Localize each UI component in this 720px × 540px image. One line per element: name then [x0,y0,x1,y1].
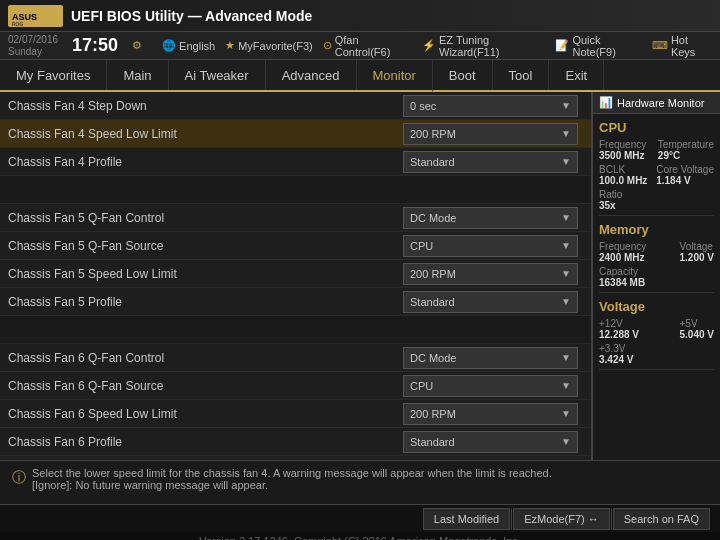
hw-divider [599,292,714,293]
hw-row: +12V12.288 V+5V5.040 V [599,318,714,340]
hw-value: 16384 MB [599,277,645,288]
hw-section-title-memory: Memory [599,222,714,237]
hw-value: 2400 MHz [599,252,646,263]
section-gap [0,316,591,344]
hw-monitor-title: 📊 Hardware Monitor [593,92,720,114]
note-icon: 📝 [555,39,569,52]
dropdown-7[interactable]: Standard▼ [403,291,578,313]
nav-ai-tweaker[interactable]: Ai Tweaker [169,60,266,90]
svg-text:ROG: ROG [12,21,24,27]
nav-boot[interactable]: Boot [433,60,493,90]
row-label: Chassis Fan 6 Q-Fan Source [8,374,403,398]
language-btn[interactable]: 🌐 English [162,39,215,52]
info-text-2: [Ignore]: No future warning message will… [32,479,552,491]
dropdown-arrow-icon: ▼ [561,212,571,223]
monitor-icon: 📊 [599,96,613,109]
arrows-icon: ↔ [588,513,599,525]
hw-divider [599,215,714,216]
dropdown-9[interactable]: DC Mode▼ [403,347,578,369]
hw-label: +5V [680,318,714,329]
dropdown-6[interactable]: 200 RPM▼ [403,263,578,285]
hw-value: 5.040 V [680,329,714,340]
nav-my-favorites[interactable]: My Favorites [0,60,107,90]
search-faq-btn[interactable]: Search on FAQ [613,508,710,530]
nav-exit[interactable]: Exit [549,60,604,90]
ezmode-btn[interactable]: EzMode(F7) ↔ [513,508,610,530]
dropdown-2[interactable]: Standard▼ [403,151,578,173]
hw-value: 35x [599,200,622,211]
sys-bar: 02/07/2016 Sunday 17:50 ⚙ 🌐 English ★ My… [0,32,720,60]
hw-label: Voltage [680,241,714,252]
dropdown-arrow-icon: ▼ [561,128,571,139]
dropdown-arrow-icon: ▼ [561,268,571,279]
time-display: 17:50 [72,35,118,56]
last-modified-btn[interactable]: Last Modified [423,508,510,530]
dropdown-10[interactable]: CPU▼ [403,375,578,397]
nav-advanced[interactable]: Advanced [266,60,357,90]
row-label: Chassis Fan 6 Profile [8,430,403,454]
asus-logo: ASUS ROG [8,5,63,27]
hw-label: Frequency [599,241,646,252]
fan-icon: ⊙ [323,39,332,52]
dropdown-11[interactable]: 200 RPM▼ [403,403,578,425]
keyboard-icon: ⌨ [652,39,668,52]
dropdown-arrow-icon: ▼ [561,436,571,447]
dropdown-arrow-icon: ▼ [561,296,571,307]
dropdown-0[interactable]: 0 sec▼ [403,95,578,117]
info-bar: ⓘ Select the lower speed limit for the c… [0,460,720,504]
globe-icon: 🌐 [162,39,176,52]
nav-main[interactable]: Main [107,60,168,90]
day-display: Sunday [8,46,58,58]
qfan-btn[interactable]: ⊙ Qfan Control(F6) [323,34,412,58]
hw-value: 1.184 V [656,175,714,186]
row-label: Chassis Fan 4 Step Down [8,94,403,118]
hotkeys-btn[interactable]: ⌨ Hot Keys [652,34,712,58]
myfavorite-btn[interactable]: ★ MyFavorite(F3) [225,39,313,52]
settings-panel: Chassis Fan 4 Step Down0 sec▼Chassis Fan… [0,92,592,460]
hw-label: Frequency [599,139,646,150]
gear-icon[interactable]: ⚙ [132,39,142,52]
dropdown-arrow-icon: ▼ [561,408,571,419]
hw-label: Core Voltage [656,164,714,175]
eztuning-btn[interactable]: ⚡ EZ Tuning Wizard(F11) [422,34,545,58]
info-text-1: Select the lower speed limit for the cha… [32,467,552,479]
row-label: Chassis Fan 5 Q-Fan Source [8,234,403,258]
nav-tool[interactable]: Tool [493,60,550,90]
nav-monitor[interactable]: Monitor [357,60,433,92]
hw-row: +3.3V3.424 V [599,343,714,365]
hw-value: 3.424 V [599,354,633,365]
settings-row: Chassis Fan 4 Step Down0 sec▼ [0,92,591,120]
hw-label: +12V [599,318,639,329]
dropdown-arrow-icon: ▼ [561,240,571,251]
hw-value: 100.0 MHz [599,175,647,186]
main-content: Chassis Fan 4 Step Down0 sec▼Chassis Fan… [0,92,720,460]
quicknote-btn[interactable]: 📝 Quick Note(F9) [555,34,641,58]
row-label: Chassis Fan 6 Speed Low Limit [8,402,403,426]
dropdown-arrow-icon: ▼ [561,352,571,363]
row-label: Chassis Fan 6 Q-Fan Control [8,346,403,370]
settings-row: Chassis Fan 6 ProfileStandard▼ [0,428,591,456]
dropdown-1[interactable]: 200 RPM▼ [403,123,578,145]
hw-label: Ratio [599,189,622,200]
lightning-icon: ⚡ [422,39,436,52]
hw-value: 12.288 V [599,329,639,340]
hw-section-title-voltage: Voltage [599,299,714,314]
hw-row: Capacity16384 MB [599,266,714,288]
app-title: UEFI BIOS Utility — Advanced Mode [71,8,312,24]
row-label: Chassis Fan 5 Speed Low Limit [8,262,403,286]
dropdown-arrow-icon: ▼ [561,156,571,167]
settings-row: Chassis Fan 4 ProfileStandard▼ [0,148,591,176]
hw-row: Frequency2400 MHzVoltage1.200 V [599,241,714,263]
hw-row: Ratio35x [599,189,714,211]
hw-value: 29°C [658,150,714,161]
settings-row: Chassis Fan 6 Q-Fan ControlDC Mode▼ [0,344,591,372]
nav-bar: My Favorites Main Ai Tweaker Advanced Mo… [0,60,720,92]
dropdown-12[interactable]: Standard▼ [403,431,578,453]
title-bar: ASUS ROG UEFI BIOS Utility — Advanced Mo… [0,0,720,32]
hw-value: 3500 MHz [599,150,646,161]
row-label: Chassis Fan 5 Q-Fan Control [8,206,403,230]
hw-divider [599,369,714,370]
date-display: 02/07/2016 [8,34,58,46]
dropdown-5[interactable]: CPU▼ [403,235,578,257]
dropdown-4[interactable]: DC Mode▼ [403,207,578,229]
